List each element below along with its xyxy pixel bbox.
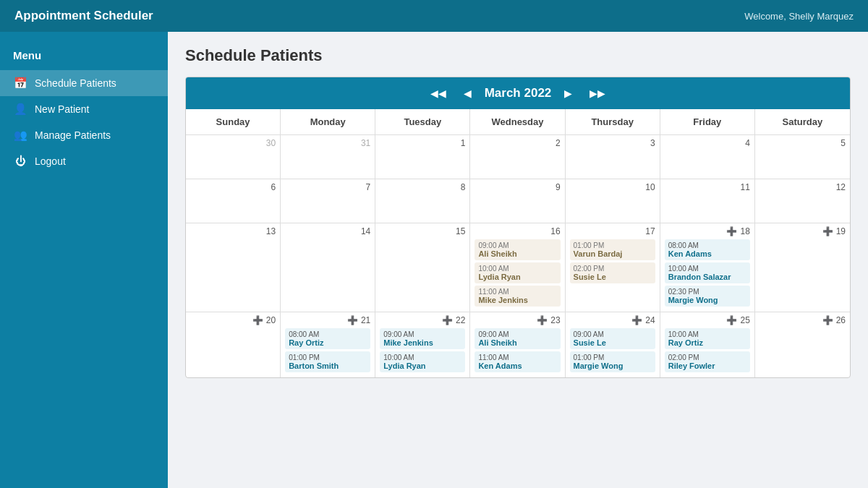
appointment-card[interactable]: 01:00 PMBarton Smith [285, 351, 370, 372]
day-number: 4 [745, 138, 750, 148]
appointment-card[interactable]: 02:00 PMSusie Le [570, 262, 655, 283]
cal-cell-2-0[interactable]: 13 [186, 223, 281, 312]
appointment-name: Varun Bardaj [574, 249, 652, 258]
add-appointment-icon[interactable]: ➕ [822, 315, 833, 325]
cal-cell-2-1[interactable]: 14 [281, 223, 375, 312]
prev-button[interactable]: ◀ [459, 86, 476, 100]
cal-cell-0-4[interactable]: 3 [566, 135, 660, 179]
cal-cell-2-6[interactable]: ➕19 [755, 223, 850, 312]
day-number: 31 [361, 138, 370, 148]
appointment-card[interactable]: 09:00 AMMike Jenkins [380, 328, 465, 349]
appointment-time: 09:00 AM [574, 330, 652, 338]
day-number: 2 [556, 138, 561, 148]
appointment-card[interactable]: 08:00 AMRay Ortiz [285, 328, 370, 349]
cal-cell-3-1[interactable]: ➕2108:00 AMRay Ortiz01:00 PMBarton Smith [281, 312, 375, 377]
day-number: 21 [361, 315, 370, 325]
cal-cell-1-1[interactable]: 7 [281, 179, 375, 223]
cal-cell-1-3[interactable]: 9 [470, 179, 565, 223]
appointment-time: 08:00 AM [289, 330, 367, 338]
day-number: 13 [266, 226, 276, 236]
calendar-row-3: ➕20➕2108:00 AMRay Ortiz01:00 PMBarton Sm… [186, 312, 850, 377]
day-number: 23 [550, 315, 560, 325]
add-appointment-icon[interactable]: ➕ [726, 315, 737, 325]
appointment-name: Susie Le [574, 338, 652, 347]
next-button[interactable]: ▶ [560, 86, 576, 100]
appointment-card[interactable]: 09:00 AMAli Sheikh [475, 239, 560, 260]
appointment-name: Susie Le [574, 273, 652, 281]
appointment-card[interactable]: 09:00 AMAli Sheikh [475, 328, 560, 349]
cal-cell-3-6[interactable]: ➕26 [755, 312, 850, 377]
sidebar-item-logout[interactable]: ⏻ Logout [0, 148, 168, 174]
sidebar-label-schedule: Schedule Patients [35, 77, 116, 89]
appointment-card[interactable]: 11:00 AMMike Jenkins [475, 286, 560, 307]
day-number: 15 [456, 226, 465, 236]
appointment-card[interactable]: 02:00 PMRiley Fowler [665, 351, 750, 372]
cal-cell-3-4[interactable]: ➕2409:00 AMSusie Le01:00 PMMargie Wong [566, 312, 660, 377]
cal-cell-2-3[interactable]: 1609:00 AMAli Sheikh10:00 AMLydia Ryan11… [470, 223, 565, 312]
day-number: 3 [650, 138, 655, 148]
add-appointment-icon[interactable]: ➕ [252, 315, 263, 325]
day-number: 22 [456, 315, 465, 325]
day-number: 17 [645, 226, 655, 236]
cal-cell-2-5[interactable]: ➕1808:00 AMKen Adams10:00 AMBrandon Sala… [660, 223, 755, 312]
cal-cell-1-5[interactable]: 11 [660, 179, 755, 223]
cal-cell-2-4[interactable]: 1701:00 PMVarun Bardaj02:00 PMSusie Le [566, 223, 660, 312]
appointment-name: Ray Ortiz [668, 338, 746, 347]
cal-cell-0-2[interactable]: 1 [375, 135, 470, 179]
appointment-card[interactable]: 10:00 AMLydia Ryan [380, 351, 465, 372]
appointment-card[interactable]: 10:00 AMLydia Ryan [475, 262, 560, 283]
add-appointment-icon[interactable]: ➕ [347, 315, 358, 325]
day-number: 18 [740, 226, 749, 236]
appointment-time: 10:00 AM [478, 265, 556, 273]
cal-cell-3-2[interactable]: ➕2209:00 AMMike Jenkins10:00 AMLydia Rya… [375, 312, 470, 377]
appointment-time: 08:00 AM [668, 241, 746, 249]
sidebar: Menu 📅 Schedule Patients 👤 New Patient 👥… [0, 32, 168, 488]
add-appointment-icon[interactable]: ➕ [537, 315, 548, 325]
sidebar-item-manage-patients[interactable]: 👥 Manage Patients [0, 122, 168, 148]
appointment-card[interactable]: 01:00 PMVarun Bardaj [570, 239, 655, 260]
add-appointment-icon[interactable]: ➕ [822, 226, 833, 236]
appointment-name: Brandon Salazar [668, 273, 746, 281]
cal-cell-0-6[interactable]: 5 [755, 135, 850, 179]
appointment-card[interactable]: 11:00 AMKen Adams [475, 351, 560, 372]
appointment-card[interactable]: 10:00 AMBrandon Salazar [665, 262, 750, 283]
cal-cell-1-4[interactable]: 10 [566, 179, 660, 223]
appointment-card[interactable]: 10:00 AMRay Ortiz [665, 328, 750, 349]
day-number: 6 [271, 182, 276, 192]
main-layout: Menu 📅 Schedule Patients 👤 New Patient 👥… [0, 32, 868, 488]
cal-cell-1-2[interactable]: 8 [375, 179, 470, 223]
appointment-name: Mike Jenkins [478, 296, 556, 304]
cal-cell-0-1[interactable]: 31 [281, 135, 375, 179]
cal-cell-2-2[interactable]: 15 [375, 223, 470, 312]
cal-cell-3-5[interactable]: ➕2510:00 AMRay Ortiz02:00 PMRiley Fowler [660, 312, 755, 377]
page-title: Schedule Patients [185, 46, 851, 65]
appointment-time: 11:00 AM [478, 288, 556, 296]
sidebar-item-schedule-patients[interactable]: 📅 Schedule Patients [0, 70, 168, 96]
appointment-card[interactable]: 08:00 AMKen Adams [665, 239, 750, 260]
appointment-card[interactable]: 09:00 AMSusie Le [570, 328, 655, 349]
sidebar-label-new-patient: New Patient [35, 103, 89, 115]
cal-cell-0-3[interactable]: 2 [470, 135, 565, 179]
cal-cell-0-0[interactable]: 30 [186, 135, 281, 179]
appointment-name: Mike Jenkins [383, 338, 461, 347]
appointment-card[interactable]: 02:30 PMMargie Wong [665, 286, 750, 307]
cal-cell-3-3[interactable]: ➕2309:00 AMAli Sheikh11:00 AMKen Adams [470, 312, 565, 377]
day-number: 8 [461, 182, 466, 192]
prev-prev-button[interactable]: ◀◀ [426, 86, 451, 100]
day-header-monday: Monday [281, 109, 375, 134]
next-next-button[interactable]: ▶▶ [585, 86, 610, 100]
add-appointment-icon[interactable]: ➕ [631, 315, 642, 325]
cal-cell-0-5[interactable]: 4 [660, 135, 755, 179]
appointment-card[interactable]: 01:00 PMMargie Wong [570, 351, 655, 372]
calendar-row-2: 1314151609:00 AMAli Sheikh10:00 AMLydia … [186, 223, 850, 312]
cal-cell-1-0[interactable]: 6 [186, 179, 281, 223]
add-appointment-icon[interactable]: ➕ [442, 315, 453, 325]
appointment-time: 02:30 PM [668, 288, 746, 296]
day-header-tuesday: Tuesday [375, 109, 470, 134]
cal-cell-3-0[interactable]: ➕20 [186, 312, 281, 377]
appointment-name: Ken Adams [478, 361, 556, 370]
add-appointment-icon[interactable]: ➕ [726, 226, 737, 236]
sidebar-item-new-patient[interactable]: 👤 New Patient [0, 96, 168, 122]
cal-cell-1-6[interactable]: 12 [755, 179, 850, 223]
menu-label: Menu [0, 43, 168, 70]
